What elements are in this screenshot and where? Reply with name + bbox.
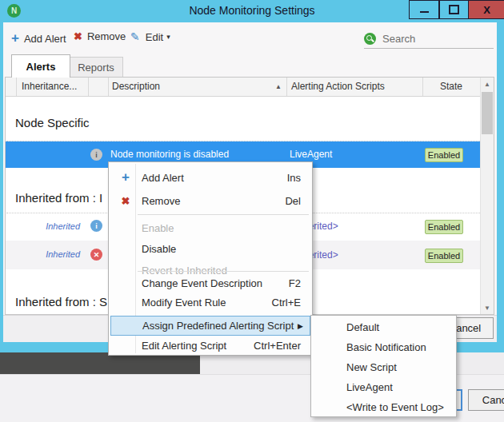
menu-item-shortcut: Ins [287,172,311,184]
desktop-strip [0,352,200,374]
tab-alerts[interactable]: Alerts [11,54,70,78]
remove-icon: ✖ [74,30,82,42]
submenu-item-new-script[interactable]: New Script [311,357,456,377]
menu-item-enable: Enable [110,217,311,238]
submenu-item-label: LiveAgent [346,381,393,393]
row-description: Node monitoring is disabled [110,149,229,160]
menu-item-disable[interactable]: Disable [110,238,311,260]
scroll-down-icon[interactable]: ▼ [481,301,494,314]
row-script: LiveAgent [290,149,332,160]
maximize-icon [449,5,459,14]
menu-item-add-alert[interactable]: + Add Alert Ins [110,165,311,189]
group-header-node-specific: Node Specific [15,116,90,129]
menu-item-edit-alerting-script[interactable]: Edit Alerting Script Ctrl+Enter [110,336,311,355]
edit-button[interactable]: ✎ Edit ▾ [130,30,170,43]
header-description[interactable]: Description [112,81,160,92]
menu-item-label: Disable [142,243,176,255]
submenu-item-write-to-event-log[interactable]: <Write to Event Log> [311,397,456,417]
app-logo-letter: N [11,6,17,15]
tab-reports[interactable]: Reports [69,57,123,78]
group-header-inherited-1: Inherited from : I [15,191,102,205]
info-icon: i [90,220,102,232]
submenu-item-label: Default [346,321,379,333]
submenu-item-label: Basic Notification [346,341,426,353]
chevron-down-icon: ▾ [166,33,170,41]
dialog-border-left [0,22,3,352]
menu-item-label: Modify Event Rule [142,297,226,309]
menu-item-label: Enable [142,222,174,234]
vertical-scrollbar[interactable]: ▲ ▼ [480,78,494,314]
menu-item-label: Remove [142,195,180,207]
tab-alerts-label: Alerts [26,61,56,73]
menu-separator [138,214,309,215]
remove-label: Remove [87,30,126,42]
menu-item-remove[interactable]: ✖ Remove Del [110,189,311,212]
minimize-icon [420,11,429,13]
error-icon: ✕ [90,249,102,261]
header-scripts[interactable]: Alerting Action Scripts [291,81,385,92]
scroll-up-icon[interactable]: ▲ [481,78,494,90]
add-alert-label: Add Alert [24,33,66,45]
app-logo-icon: N [7,4,21,18]
menu-separator [138,271,309,272]
submenu-item-basic-notification[interactable]: Basic Notification [311,337,456,357]
background-cancel-label: Cancel [482,394,504,406]
edit-pencil-icon: ✎ [130,30,140,43]
sort-ascending-icon: ▲ [275,83,282,90]
search-icon [364,33,376,45]
header-state[interactable]: State [422,81,480,92]
inheritance-label: Inherited [16,249,80,259]
table-header-row[interactable]: Inheritance... Description ▲ Alerting Ac… [6,78,480,97]
close-icon: X [483,4,490,16]
menu-item-assign-predefined-alerting-script[interactable]: Assign Predefined Alerting Script ▶ [110,316,310,336]
menu-item-label: Edit Alerting Script [142,340,226,352]
menu-item-modify-event-rule[interactable]: Modify Event Rule Ctrl+E [110,293,311,312]
dialog-border-right [497,22,504,352]
menu-item-shortcut: Ctrl+E [272,297,311,309]
menu-item-change-event-description[interactable]: Change Event Description F2 [110,273,311,293]
submenu-item-label: New Script [346,361,397,373]
add-alert-button[interactable]: + Add Alert [11,30,66,46]
header-inheritance[interactable]: Inheritance... [22,81,77,92]
remove-icon: ✖ [116,195,135,207]
tab-reports-label: Reports [78,62,114,74]
submenu-arrow-icon: ▶ [298,322,310,330]
minimize-button[interactable] [409,0,440,19]
close-button[interactable]: X [468,0,504,19]
screen: Cancel Node Monitoring Settings N X + Ad… [0,0,504,422]
status-badge: Enabled [425,148,463,162]
edit-label: Edit [146,31,163,43]
maximize-button[interactable] [438,0,470,19]
submenu-item-liveagent[interactable]: LiveAgent [311,377,456,397]
status-badge: Enabled [425,249,463,263]
menu-item-label: Add Alert [142,172,184,184]
menu-item-label: Change Event Description [142,277,262,289]
group-header-inherited-2: Inherited from : S [15,295,107,309]
menu-item-label: Assign Predefined Alerting Script [142,320,294,332]
context-menu: + Add Alert Ins ✖ Remove Del Enable Disa… [108,161,313,356]
remove-button[interactable]: ✖ Remove [74,30,126,42]
inheritance-label: Inherited [16,221,80,231]
submenu-item-default[interactable]: Default [311,317,456,337]
scrollbar-thumb[interactable] [482,92,493,134]
alerting-script-submenu: Default Basic Notification New Script Li… [310,315,457,417]
menu-item-shortcut: Ctrl+Enter [254,340,311,352]
info-icon: i [90,149,102,161]
add-icon: + [11,30,19,46]
menu-item-shortcut: Del [285,195,311,207]
background-cancel-button[interactable]: Cancel [468,389,504,411]
status-badge: Enabled [425,220,463,234]
submenu-item-label: <Write to Event Log> [346,401,444,413]
search-input[interactable] [381,32,488,46]
search-box[interactable] [364,29,494,49]
menu-item-shortcut: F2 [289,277,311,289]
add-icon: + [116,169,135,185]
